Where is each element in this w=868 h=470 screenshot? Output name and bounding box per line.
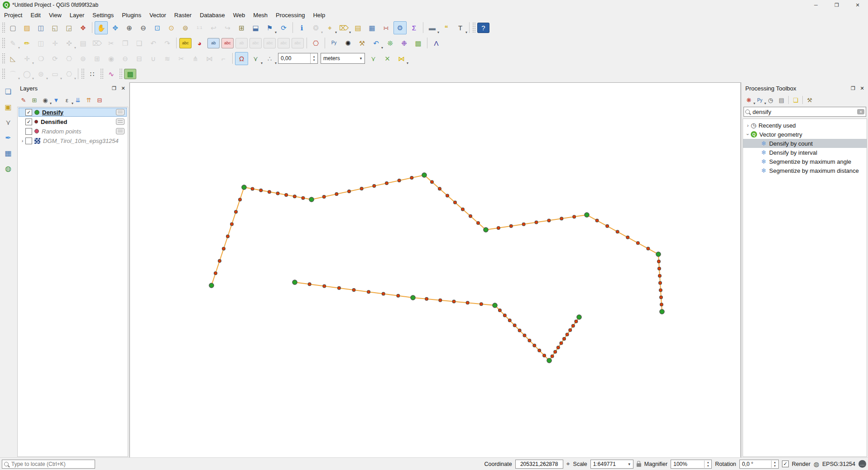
open-project-button[interactable]: ▨ xyxy=(20,21,34,34)
scale-combo[interactable]: 1:649771 ▾ xyxy=(590,460,633,469)
filter-legend-button[interactable]: ▼ xyxy=(51,95,62,105)
menu-database[interactable]: Database xyxy=(196,10,229,20)
new-virtual-layer-button[interactable]: ▦ xyxy=(2,147,14,159)
select-by-form-button[interactable]: ▤ xyxy=(351,21,364,34)
layer-indicator-badge[interactable] xyxy=(116,128,125,134)
locator-input[interactable] xyxy=(10,461,93,468)
crs-status[interactable]: EPSG:31254 xyxy=(822,461,855,467)
menu-processing[interactable]: Processing xyxy=(272,10,309,20)
messages-button[interactable]: … xyxy=(858,460,866,468)
results-viewer-button[interactable]: ▤ xyxy=(776,95,787,105)
layers-panel-float-button[interactable]: ❐ xyxy=(110,84,118,92)
zoom-to-layer-button[interactable]: ⊚ xyxy=(179,21,192,34)
zoom-out-button[interactable]: ⊖ xyxy=(137,21,150,34)
refresh-map-button[interactable]: ⟳ xyxy=(277,21,290,34)
snapping-options-button[interactable]: ∴ xyxy=(263,52,276,65)
enable-snapping-button[interactable]: Ω xyxy=(235,52,248,65)
spinner-arrows-icon[interactable]: ▴▾ xyxy=(704,461,711,468)
scripts-button[interactable]: Py xyxy=(754,95,765,105)
add-group-button[interactable]: ⊞ xyxy=(29,95,40,105)
shape-digitizing-button[interactable]: ⎔ xyxy=(309,37,322,50)
expand-all-button[interactable]: ⇊ xyxy=(72,95,83,105)
layer-checkbox[interactable]: ✓ xyxy=(25,119,32,125)
show-layout-manager-button[interactable]: ◲ xyxy=(62,21,76,34)
toggle-editing-button[interactable]: ✏ xyxy=(20,37,34,50)
open-attribute-table-button[interactable]: ▦ xyxy=(365,21,379,34)
new-3d-map-view-button[interactable]: ⬓ xyxy=(249,21,262,34)
algorithm-segmentize-by-maximum-angle[interactable]: ❄Segmentize by maximum angle xyxy=(743,157,867,166)
zoom-full-extent-button[interactable]: ⊡ xyxy=(151,21,164,34)
statistical-summary-button[interactable]: ∺ xyxy=(379,21,393,34)
layer-diagram-button[interactable]: ◕ xyxy=(193,37,206,50)
menu-edit[interactable]: Edit xyxy=(26,10,44,20)
snapping-tolerance-spinbox[interactable]: 0,00▴▾ xyxy=(278,53,318,64)
new-spatialite-layer-button[interactable]: ✒ xyxy=(2,132,14,143)
deselect-features-button[interactable]: ⌦ xyxy=(337,21,350,34)
menu-help[interactable]: Help xyxy=(309,10,329,20)
history-button[interactable]: ◷ xyxy=(765,95,776,105)
processing-toolbox-button[interactable]: ⚙ xyxy=(393,21,407,34)
highlight-labels-button[interactable]: abc xyxy=(221,38,234,48)
layers-panel-close-button[interactable]: ✕ xyxy=(119,84,127,92)
layer-labeling-button[interactable]: abc xyxy=(179,38,192,48)
raster-mask-plugin-button[interactable]: ▩ xyxy=(124,69,136,79)
undo-steps-button[interactable]: ↶ xyxy=(369,37,383,50)
layer-checkbox[interactable] xyxy=(25,128,32,135)
processing-panel-close-button[interactable]: ✕ xyxy=(858,84,866,92)
new-map-view-button[interactable]: ⊞ xyxy=(235,21,248,34)
profile-tool-plugin-button[interactable]: ∿ xyxy=(105,67,118,81)
zoom-to-selection-button[interactable]: ⊙ xyxy=(165,21,178,34)
avoid-overlap-button[interactable]: ⋈ xyxy=(395,52,408,65)
identify-features-button[interactable]: ℹ xyxy=(295,21,308,34)
snapping-units-combo[interactable]: meters▾ xyxy=(321,53,365,64)
layer-checkbox[interactable] xyxy=(25,138,32,144)
menu-settings[interactable]: Settings xyxy=(88,10,118,20)
layer-item-dgm-tirol-10m-epsg31254[interactable]: ›DGM_Tirol_10m_epsg31254 xyxy=(19,136,127,145)
processing-panel-float-button[interactable]: ❐ xyxy=(849,84,857,92)
filter-by-expression-button[interactable]: ε xyxy=(62,95,72,105)
add-wms-layer-button[interactable]: ◍ xyxy=(2,162,14,174)
random-points-plugin-button[interactable]: ∷ xyxy=(86,67,99,81)
menu-raster[interactable]: Raster xyxy=(170,10,196,20)
new-geopackage-layer-button[interactable]: ▣ xyxy=(2,101,14,113)
menu-mesh[interactable]: Mesh xyxy=(249,10,272,20)
layer-item-densify[interactable]: ✓Densify xyxy=(19,108,127,117)
cad-dock-button[interactable]: ◺ xyxy=(6,52,19,65)
layer-item-densified[interactable]: ✓Densified xyxy=(19,117,127,126)
measure-button[interactable]: ▬ xyxy=(426,21,439,34)
expander-icon[interactable]: › xyxy=(745,123,751,128)
manage-map-themes-button[interactable]: ◉ xyxy=(40,95,51,105)
algorithm-densify-by-interval[interactable]: ❄Densify by interval xyxy=(743,148,867,157)
map-tips-button[interactable]: ❝ xyxy=(440,21,453,34)
algorithm-segmentize-by-maximum-distance[interactable]: ❄Segmentize by maximum distance xyxy=(743,166,867,175)
render-checkbox[interactable]: ✓ xyxy=(782,461,789,467)
menu-web[interactable]: Web xyxy=(229,10,249,20)
edit-features-inplace-button[interactable]: ❏ xyxy=(790,95,801,105)
menu-layer[interactable]: Layer xyxy=(66,10,89,20)
new-shapefile-layer-button[interactable]: ⋎ xyxy=(2,116,14,128)
menu-plugins[interactable]: Plugins xyxy=(118,10,145,20)
models-button[interactable]: ❋ xyxy=(743,95,754,105)
group-vector-geometry[interactable]: ›QVector geometry xyxy=(743,130,867,139)
rotation-spinbox[interactable]: 0,0 ° ▴▾ xyxy=(739,460,779,469)
layer-checkbox[interactable]: ✓ xyxy=(25,109,32,116)
map-canvas[interactable] xyxy=(129,82,741,458)
lambda-tool-button[interactable]: Λ xyxy=(430,37,443,50)
group-recently-used[interactable]: ›◷Recently used xyxy=(743,121,867,130)
close-button[interactable]: ✕ xyxy=(847,0,868,10)
minimize-button[interactable]: ─ xyxy=(806,0,826,10)
pin-labels-button[interactable]: ab xyxy=(207,38,220,48)
layer-indicator-badge[interactable] xyxy=(116,119,125,125)
new-project-button[interactable]: ▢ xyxy=(6,21,19,34)
menu-vector[interactable]: Vector xyxy=(145,10,170,20)
select-features-button[interactable]: ⌖ xyxy=(323,21,336,34)
spatial-bookmarks-button[interactable]: ⚑ xyxy=(263,21,276,34)
coordinate-input[interactable] xyxy=(516,461,563,468)
style-manager-button[interactable]: ❖ xyxy=(77,21,90,34)
spinner-arrows-icon[interactable]: ▴▾ xyxy=(771,461,778,468)
algorithm-densify-by-count[interactable]: ❄Densify by count xyxy=(743,139,867,148)
python-console-button[interactable]: Py xyxy=(327,37,340,50)
processing-plugin-button[interactable]: ❊ xyxy=(384,37,397,50)
osgeo-tools-button[interactable]: ⚒ xyxy=(355,37,369,50)
statistics-panel-button[interactable]: Σ xyxy=(408,21,421,34)
